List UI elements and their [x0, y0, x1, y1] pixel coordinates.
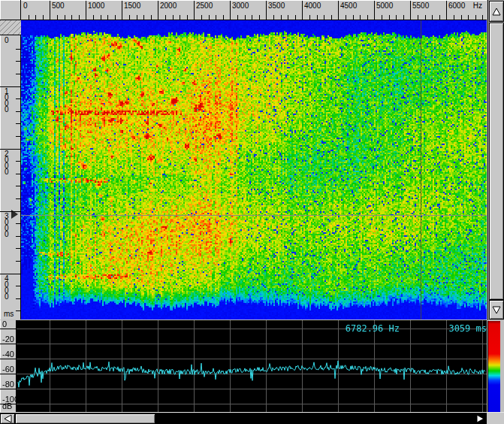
db-scale-line [0, 359, 17, 359]
ruler-minor-tick [201, 15, 202, 20]
db-scale-line [0, 329, 17, 329]
ruler-tick-label: 4000 [304, 2, 321, 10]
ruler-minor-tick [432, 15, 433, 20]
ruler-minor-tick [309, 15, 310, 20]
ruler-minor-tick [35, 15, 36, 20]
db-scale-label: 0 [2, 320, 7, 329]
bottom-right-corner [487, 412, 504, 424]
ruler-major-tick [374, 1, 375, 20]
ruler-tick-label: 3 0 0 0 [5, 214, 9, 238]
time-ruler: ms 01 0 0 02 0 0 03 0 0 04 0 0 0 [0, 20, 21, 320]
ruler-major-tick [410, 1, 411, 20]
ruler-tick-label: 6000 [448, 2, 465, 10]
ruler-major-tick [158, 1, 158, 20]
ruler-minor-tick [16, 198, 21, 199]
ruler-minor-tick [252, 15, 252, 20]
ruler-major-tick [302, 1, 303, 20]
ruler-minor-tick [16, 298, 21, 299]
db-scale-label: -20 [2, 335, 14, 344]
scroll-left-button[interactable] [0, 413, 15, 424]
scroll-down-button[interactable] [489, 300, 504, 320]
scroll-up-button[interactable] [489, 1, 504, 22]
ruler-minor-tick [382, 15, 382, 20]
db-scale-label: -40 [2, 350, 14, 359]
arrow-right-icon [476, 414, 484, 423]
ruler-minor-tick [396, 15, 397, 20]
arrow-down-icon [492, 306, 501, 314]
ruler-minor-tick [16, 74, 21, 74]
ruler-major-tick [0, 274, 21, 274]
ruler-minor-tick [16, 310, 21, 311]
vertical-scrollbar[interactable] [487, 0, 504, 320]
ruler-minor-tick [115, 15, 116, 20]
ruler-minor-tick [93, 15, 94, 20]
ruler-major-tick [86, 1, 86, 20]
ruler-minor-tick [137, 15, 137, 20]
ruler-minor-tick [43, 15, 44, 20]
ruler-minor-tick [16, 286, 21, 286]
ruler-minor-tick [367, 15, 368, 20]
intensity-colorbar [487, 321, 500, 415]
ruler-corner-box [0, 0, 21, 20]
ruler-minor-tick [353, 15, 354, 20]
ruler-minor-tick [71, 15, 72, 20]
ruler-minor-tick [151, 15, 152, 20]
ruler-minor-tick [173, 15, 174, 20]
ruler-tick-label: 1500 [124, 2, 140, 10]
spectrogram-app-window: Hz 0500100015002000250030003500400045005… [0, 0, 504, 424]
ruler-tick-label: 1 0 0 0 [5, 89, 9, 113]
ruler-minor-tick [16, 123, 21, 124]
ruler-minor-tick [16, 136, 21, 137]
ruler-tick-label: 5000 [376, 2, 393, 10]
spectrum-plot-canvas[interactable] [17, 320, 487, 412]
ruler-major-tick [230, 1, 231, 20]
ruler-minor-tick [259, 15, 260, 20]
ruler-tick-label: 4500 [340, 2, 357, 10]
ruler-minor-tick [216, 15, 216, 20]
ruler-minor-tick [245, 15, 246, 20]
time-unit-label: ms [4, 311, 14, 317]
ruler-minor-tick [237, 15, 238, 20]
ruler-major-tick [338, 1, 339, 20]
ruler-minor-tick [418, 15, 418, 20]
ruler-minor-tick [65, 15, 65, 20]
ruler-major-tick [194, 1, 195, 20]
ruler-minor-tick [16, 49, 21, 50]
ruler-tick-label: 0 [5, 38, 9, 44]
ruler-minor-tick [360, 15, 361, 20]
cursor-time-readout: 3059 ms [409, 323, 487, 334]
ruler-tick-label: 5500 [412, 2, 429, 10]
ruler-tick-label: 2000 [160, 2, 177, 10]
ruler-minor-tick [16, 236, 21, 237]
spectrogram-canvas[interactable] [21, 20, 487, 320]
ruler-minor-tick [273, 15, 274, 20]
db-unit-label: dB [2, 402, 12, 410]
scroll-right-button[interactable] [473, 413, 487, 424]
horizontal-scrollbar[interactable] [0, 412, 487, 424]
ruler-major-tick [266, 1, 267, 20]
ruler-tick-label: 2 0 0 0 [5, 151, 9, 175]
ruler-minor-tick [57, 15, 58, 20]
vertical-scroll-thumb[interactable] [489, 23, 504, 300]
ruler-minor-tick [468, 15, 469, 20]
db-scale-label: -80 [2, 380, 14, 389]
cursor-frequency-readout: 6782.96 Hz [315, 323, 400, 334]
ruler-major-tick [50, 1, 50, 20]
ruler-major-tick [0, 211, 21, 212]
ruler-major-tick [0, 149, 21, 150]
ruler-minor-tick [295, 15, 296, 20]
ruler-minor-tick [16, 223, 21, 224]
ruler-minor-tick [180, 15, 180, 20]
ruler-minor-tick [425, 15, 426, 20]
ruler-minor-tick [16, 111, 21, 112]
ruler-minor-tick [16, 161, 21, 162]
arrow-left-icon [4, 414, 12, 423]
ruler-tick-label: 1000 [88, 2, 104, 10]
db-scale-line [0, 389, 17, 389]
ruler-major-tick [446, 1, 447, 20]
ruler-minor-tick [439, 15, 440, 20]
ruler-minor-tick [16, 174, 21, 174]
spectrum-panel: 0-20-40-60-80-100dB 6782.96 Hz 3059 ms [0, 320, 487, 412]
horizontal-scroll-thumb[interactable] [15, 413, 155, 424]
ruler-minor-tick [129, 15, 130, 20]
